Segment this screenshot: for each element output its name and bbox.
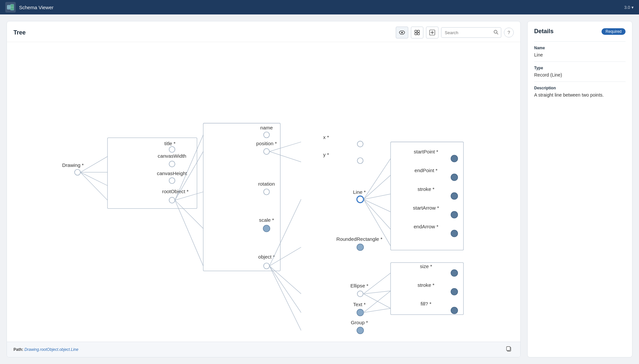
canvas-width-node[interactable]	[169, 161, 175, 167]
drawing-node[interactable]	[75, 170, 81, 175]
y-node[interactable]	[357, 158, 363, 164]
path-bar: Path: Drawing.rootObject.object.Line	[7, 342, 520, 357]
name-node[interactable]	[264, 132, 270, 138]
svg-line-42	[364, 294, 390, 308]
name-section: Name Line	[534, 41, 626, 61]
rounded-rect-label: RoundedRectangle *	[336, 236, 382, 242]
position-label: position *	[256, 141, 277, 146]
rotation-label: rotation	[258, 181, 275, 187]
end-point-node[interactable]	[451, 174, 458, 181]
svg-rect-5	[415, 30, 417, 32]
x-label: x *	[323, 134, 329, 140]
tree-header: Tree	[7, 21, 520, 42]
tree-title: Tree	[13, 29, 26, 36]
description-section: Description A straight line between two …	[534, 81, 626, 102]
rounded-rect-node[interactable]	[357, 244, 364, 250]
svg-rect-8	[417, 33, 419, 35]
svg-line-20	[81, 172, 107, 186]
details-header: Details Required	[534, 28, 626, 35]
help-button[interactable]: ?	[504, 28, 514, 37]
svg-rect-6	[417, 30, 419, 32]
line-stroke-label: stroke *	[417, 186, 435, 192]
fill-node[interactable]	[451, 307, 458, 314]
svg-line-38	[270, 266, 301, 312]
svg-line-44	[364, 308, 390, 313]
group-label: Group *	[351, 320, 368, 325]
size-label: size *	[420, 263, 432, 269]
position-node[interactable]	[264, 148, 270, 154]
title-node[interactable]	[169, 147, 175, 152]
expand-button[interactable]	[411, 27, 423, 38]
end-arrow-node[interactable]	[451, 230, 458, 237]
text-type-label: Text *	[353, 302, 366, 307]
tree-canvas: Drawing * title * canvasWidth canvasHeig…	[7, 42, 520, 342]
details-panel: Details Required Name Line Type Record (…	[527, 21, 632, 357]
logo-icon	[5, 2, 16, 12]
canvas-height-node[interactable]	[169, 178, 175, 184]
text-type-node[interactable]	[357, 309, 364, 316]
search-button[interactable]	[491, 28, 501, 37]
details-title: Details	[534, 28, 554, 35]
name-label: name	[260, 125, 273, 130]
copy-path-button[interactable]	[504, 345, 514, 354]
canvas-width-label: canvasWidth	[158, 153, 186, 159]
start-arrow-label: startArrow *	[413, 205, 439, 211]
svg-line-41	[364, 291, 390, 294]
description-value: A straight line between two points.	[534, 92, 626, 98]
shared-stroke-node[interactable]	[451, 288, 458, 295]
path-info: Path: Drawing.rootObject.object.Line	[13, 347, 78, 352]
line-type-label: Line *	[353, 189, 366, 195]
svg-line-33	[364, 199, 390, 229]
search-box	[441, 27, 501, 38]
name-value: Line	[534, 52, 626, 57]
root-object-node[interactable]	[169, 197, 175, 203]
svg-line-31	[364, 194, 390, 199]
svg-line-37	[270, 266, 301, 294]
x-node[interactable]	[357, 141, 363, 147]
start-point-label: startPoint *	[414, 149, 438, 154]
scale-node[interactable]	[263, 225, 270, 232]
y-label: y *	[323, 152, 329, 157]
svg-line-18	[81, 156, 107, 172]
rotation-node[interactable]	[264, 189, 270, 195]
shared-stroke-label: stroke *	[417, 282, 435, 288]
root-object-label: rootObject *	[162, 189, 188, 194]
start-arrow-node[interactable]	[451, 212, 458, 218]
group-node[interactable]	[357, 327, 364, 334]
start-point-node[interactable]	[451, 155, 458, 162]
svg-line-39	[270, 266, 301, 330]
eye-toggle-button[interactable]	[396, 27, 408, 38]
required-badge: Required	[602, 28, 626, 35]
end-point-label: endPoint *	[414, 168, 438, 173]
ellipse-node[interactable]	[357, 291, 363, 297]
line-stroke-node[interactable]	[451, 193, 458, 199]
type-value: Record (Line)	[534, 72, 626, 78]
main-container: Tree	[0, 14, 639, 364]
header-left: Schema Viewer	[5, 2, 54, 12]
svg-rect-7	[415, 33, 417, 35]
version-display: 3.0 ▾	[624, 5, 634, 10]
app-title: Schema Viewer	[19, 5, 54, 10]
end-arrow-label: endArrow *	[414, 224, 438, 229]
svg-rect-46	[507, 347, 510, 351]
scale-label: scale *	[259, 217, 274, 223]
object-label: object *	[258, 254, 275, 260]
search-input[interactable]	[441, 28, 491, 37]
drawing-label: Drawing *	[62, 162, 84, 168]
svg-line-28	[175, 200, 203, 266]
tree-controls: ?	[396, 27, 514, 38]
tree-svg: Drawing * title * canvasWidth canvasHeig…	[7, 42, 520, 342]
tree-panel: Tree	[7, 21, 521, 357]
svg-line-43	[364, 291, 390, 312]
app-header: Schema Viewer 3.0 ▾	[0, 0, 639, 14]
type-section: Type Record (Line)	[534, 61, 626, 81]
ellipse-label: Ellipse *	[350, 283, 368, 288]
svg-line-13	[497, 33, 498, 34]
svg-line-21	[81, 172, 107, 200]
svg-line-32	[364, 199, 390, 212]
title-label: title *	[164, 141, 176, 146]
object-node[interactable]	[264, 263, 270, 269]
canvas-height-label: canvasHeight	[157, 171, 187, 176]
size-node[interactable]	[451, 270, 458, 276]
collapse-button[interactable]	[426, 27, 438, 38]
